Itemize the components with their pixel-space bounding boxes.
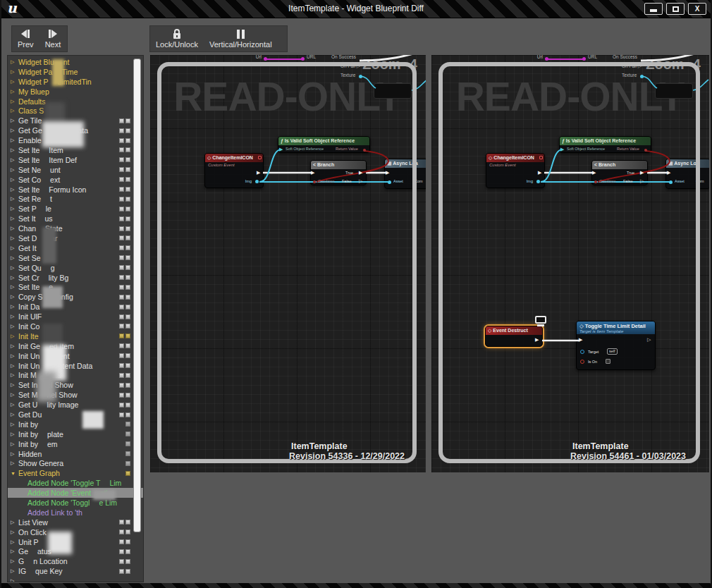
expander-icon[interactable]: ▷ [11,431,17,437]
expander-icon[interactable]: ▷ [11,128,17,133]
expander-icon[interactable]: ▷ [11,353,17,359]
expander-icon[interactable]: ▷ [11,460,17,466]
expander-icon[interactable]: ▷ [11,520,17,525]
list-item[interactable]: ▷My Bluep [8,87,143,97]
expander-icon[interactable]: ▷ [11,226,17,231]
prev-diff-button[interactable]: Prev [12,26,39,51]
list-item[interactable]: ▷Init Geed Item [8,341,143,351]
expander-icon[interactable]: ▷ [11,206,17,212]
sidebar-scrollbar[interactable] [133,59,141,532]
expander-icon[interactable]: ▷ [11,539,17,545]
lock-unlock-button[interactable]: Lock/Unlock [150,26,204,51]
list-item[interactable]: ▷Class S [8,106,143,116]
list-item[interactable]: ▷Init byem [8,439,143,449]
expander-icon[interactable]: ▷ [11,422,17,427]
list-item[interactable]: ▷ [8,576,143,582]
expander-icon[interactable]: ▷ [11,412,17,417]
expander-icon[interactable]: ▷ [11,304,17,310]
list-item[interactable]: ▷Set Ret [8,194,143,204]
list-item[interactable]: ▷ChanState [8,223,143,233]
expander-icon[interactable]: ▷ [11,59,17,65]
list-item[interactable]: ▷Get Ulity Image [8,400,143,410]
list-item[interactable]: ▷Init byplate [8,429,143,439]
expander-icon[interactable]: ▷ [11,578,17,582]
list-item[interactable]: ▷Get Ite [8,243,143,253]
list-item[interactable]: ▷Set IteFormu Icon [8,185,143,195]
expander-icon[interactable]: ▷ [11,196,17,202]
list-item[interactable]: Added Node 'Toggle Lim [8,498,143,508]
list-item[interactable]: ▷Copy SConfig [8,292,143,302]
expander-icon[interactable]: ▷ [11,69,17,75]
list-item[interactable]: ▷Init by [8,419,143,429]
expander-icon[interactable]: ▷ [11,294,17,300]
expander-icon[interactable]: ▷ [11,275,17,281]
list-item[interactable]: ▷Unit P [8,537,143,547]
expander-icon[interactable]: ▷ [11,177,17,183]
list-item[interactable]: ▷Set Itee [8,282,143,292]
list-item[interactable]: ▷Init MData [8,371,143,381]
list-item[interactable]: ▷IGque Key [8,566,143,576]
expander-icon[interactable]: ▷ [11,314,17,319]
list-item[interactable]: ▷Geatus [8,547,143,557]
expander-icon[interactable]: ▷ [11,245,17,251]
maximize-button[interactable] [666,3,685,15]
expanded-icon[interactable]: ▼ [11,471,17,476]
list-item[interactable]: Added Node 'Eventct' [8,488,143,498]
list-item[interactable]: ▷On Click [8,527,143,537]
expander-icon[interactable]: ▷ [11,216,17,221]
expander-icon[interactable]: ▷ [11,343,17,349]
list-item[interactable]: ▷Set Qug [8,263,143,273]
list-item[interactable]: ▷Init UnContent Data [8,361,143,371]
expander-icon[interactable]: ▷ [11,333,17,339]
list-item[interactable]: ▼Event Graph [8,468,143,478]
expander-icon[interactable]: ▷ [11,549,17,554]
expander-icon[interactable]: ▷ [11,529,17,535]
list-item[interactable]: ▷Set IteItem Def [8,155,143,165]
diff-panel-new[interactable]: READ-ONLY Zoom -4 Url URL On Success On … [431,55,709,472]
list-item[interactable]: ▷Set Mnel Show [8,390,143,400]
expander-icon[interactable]: ▷ [11,451,17,457]
expander-icon[interactable]: ▷ [11,255,17,261]
list-item[interactable]: Added Link to 'th [8,508,143,517]
list-item[interactable]: Added Node 'Toggle TLim [8,478,143,488]
expander-icon[interactable]: ▷ [11,137,17,143]
list-item[interactable]: ▷Set Coext [8,175,143,185]
list-item[interactable]: ▷Gn Location [8,556,143,566]
list-item[interactable]: ▷Set DBar [8,233,143,243]
expander-icon[interactable]: ▷ [11,147,17,153]
expander-icon[interactable]: ▷ [11,265,17,271]
expander-icon[interactable]: ▷ [11,568,17,574]
diff-panel-old[interactable]: READ-ONLY Zoom -4 Url URL On Success On … [150,55,426,472]
list-item[interactable]: ▷List View [8,517,143,527]
expander-icon[interactable]: ▷ [11,187,17,192]
expander-icon[interactable]: ▷ [11,235,17,241]
minimize-button[interactable] [644,3,663,15]
next-diff-button[interactable]: Next [39,26,67,51]
expander-icon[interactable]: ▷ [11,558,17,564]
list-item[interactable]: ▷Hidden [8,449,143,459]
expander-icon[interactable]: ▷ [11,324,17,329]
list-item[interactable]: ▷Set Itus [8,214,143,223]
list-item[interactable]: ▷Init UlF [8,312,143,321]
expander-icon[interactable]: ▷ [11,89,17,94]
expander-icon[interactable]: ▷ [11,118,17,123]
list-item[interactable]: ▷Set Neunt [8,165,143,175]
list-item[interactable]: ▷Widget Blunt [8,57,143,67]
expander-icon[interactable]: ▷ [11,392,17,398]
list-item[interactable]: ▷Widget PLimitedTin [8,77,143,87]
expander-icon[interactable]: ▷ [11,363,17,369]
list-item[interactable]: ▷Init Unontent [8,351,143,361]
list-item[interactable]: ▷Init Co [8,321,143,331]
expander-icon[interactable]: ▷ [11,372,17,378]
expander-icon[interactable]: ▷ [11,79,17,85]
list-item[interactable]: ▷Set Inel Show [8,380,143,390]
list-item[interactable]: ▷Show Genera [8,459,143,469]
expander-icon[interactable]: ▷ [11,157,17,163]
list-item[interactable]: ▷Set Crlity Bg [8,273,143,283]
expander-icon[interactable]: ▷ [11,167,17,173]
expander-icon[interactable]: ▷ [11,99,17,104]
expander-icon[interactable]: ▷ [11,108,17,114]
list-item[interactable]: ▷Set Se [8,253,143,263]
expander-icon[interactable]: ▷ [11,382,17,388]
list-item[interactable]: ▷Defaults [8,97,143,106]
